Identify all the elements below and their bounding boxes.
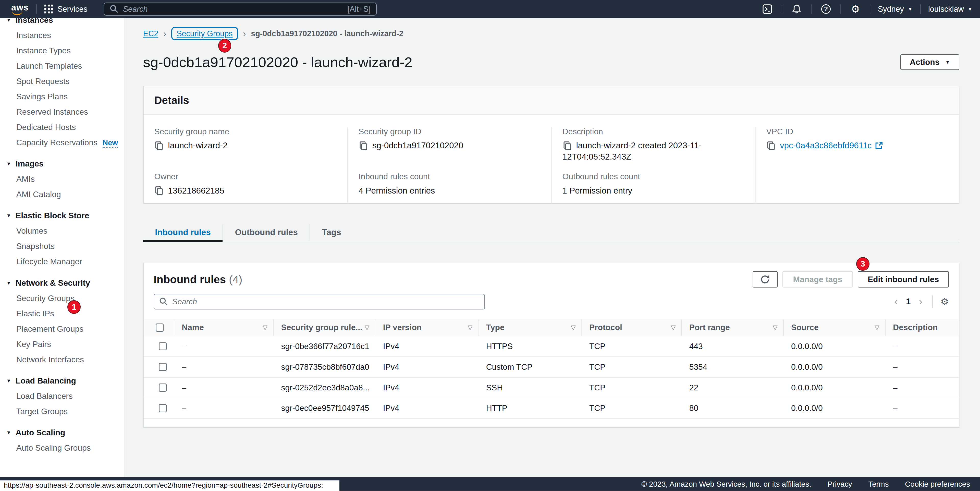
notifications-bell-icon[interactable] bbox=[790, 4, 803, 14]
sidebar-item-amis[interactable]: AMIs bbox=[0, 171, 124, 187]
column-header-protocol[interactable]: Protocol▽ bbox=[582, 319, 682, 336]
sidebar-item-security-groups[interactable]: Security Groups bbox=[0, 290, 124, 306]
sidebar-item-network-interfaces[interactable]: Network Interfaces bbox=[0, 352, 124, 367]
rules-filter-input[interactable] bbox=[172, 297, 479, 306]
table-row: – sgr-0be366f77a20716c1 IPv4 HTTPS TCP 4… bbox=[144, 336, 959, 357]
cell-rule-id: sgr-0be366f77a20716c1 bbox=[274, 336, 375, 356]
edit-inbound-rules-button[interactable]: Edit inbound rules bbox=[858, 271, 949, 287]
vpc-id-link[interactable]: vpc-0a4a3c86ebfd9611c bbox=[780, 141, 872, 150]
aws-logo[interactable]: aws bbox=[11, 3, 29, 15]
filter-icon[interactable]: ▽ bbox=[364, 324, 369, 331]
tab-outbound-rules[interactable]: Outbound rules bbox=[223, 225, 310, 241]
sidebar-section-auto-scaling[interactable]: ▼Auto Scaling bbox=[0, 425, 124, 440]
security-group-name-value: launch-wizard-2 bbox=[168, 141, 228, 150]
sidebar-item-reserved-instances[interactable]: Reserved Instances bbox=[0, 104, 124, 120]
security-group-id-value: sg-0dcb1a91702102020 bbox=[372, 141, 463, 150]
column-header-name[interactable]: Name▽ bbox=[174, 319, 274, 336]
manage-tags-button[interactable]: Manage tags bbox=[783, 271, 853, 287]
cell-ip-version: IPv4 bbox=[375, 378, 479, 398]
filter-icon[interactable]: ▽ bbox=[468, 324, 473, 331]
copy-icon[interactable] bbox=[766, 141, 776, 150]
sidebar-item-ami-catalog[interactable]: AMI Catalog bbox=[0, 187, 124, 202]
region-selector[interactable]: Sydney▼ bbox=[878, 5, 913, 14]
services-menu[interactable]: Services bbox=[45, 5, 88, 14]
table-preferences-gear-icon[interactable]: ⚙ bbox=[940, 296, 949, 307]
cloudshell-icon[interactable] bbox=[760, 4, 774, 14]
sidebar-item-instances[interactable]: Instances bbox=[0, 27, 124, 43]
filter-icon[interactable]: ▽ bbox=[773, 324, 778, 331]
sidebar-section-load-balancing[interactable]: ▼Load Balancing bbox=[0, 373, 124, 388]
new-badge: New bbox=[103, 139, 118, 148]
breadcrumb: EC2 › Security Groups › sg-0dcb1a9170210… bbox=[143, 27, 404, 40]
sidebar-item-dedicated-hosts[interactable]: Dedicated Hosts bbox=[0, 120, 124, 135]
help-icon[interactable]: ? bbox=[819, 4, 833, 14]
sidebar-item-spot-requests[interactable]: Spot Requests bbox=[0, 73, 124, 89]
sidebar-item-savings-plans[interactable]: Savings Plans bbox=[0, 89, 124, 104]
column-header-security-group-rule[interactable]: Security group rule...▽ bbox=[274, 319, 375, 336]
field-outbound-rules-count: Outbound rules count 1 Permission entry bbox=[563, 172, 746, 196]
column-header-type[interactable]: Type▽ bbox=[479, 319, 582, 336]
details-panel-title: Details bbox=[144, 86, 959, 115]
filter-icon[interactable]: ▽ bbox=[571, 324, 576, 331]
breadcrumb-ec2-link[interactable]: EC2 bbox=[143, 29, 159, 38]
copy-icon[interactable] bbox=[154, 186, 164, 195]
sidebar-section-elastic-block-store[interactable]: ▼Elastic Block Store bbox=[0, 208, 124, 223]
row-checkbox[interactable] bbox=[159, 404, 167, 412]
refresh-button[interactable] bbox=[752, 271, 778, 287]
search-icon bbox=[159, 297, 168, 306]
sidebar-item-elastic-ips[interactable]: Elastic IPs bbox=[0, 306, 124, 321]
cell-source: 0.0.0.0/0 bbox=[784, 378, 886, 398]
cell-description: – bbox=[886, 378, 959, 398]
tab-inbound-rules[interactable]: Inbound rules bbox=[143, 225, 223, 241]
breadcrumb-security-groups-link[interactable]: Security Groups bbox=[177, 29, 232, 38]
filter-icon[interactable]: ▽ bbox=[671, 324, 676, 331]
select-all-checkbox[interactable] bbox=[156, 324, 164, 332]
current-page-number[interactable]: 1 bbox=[906, 297, 911, 306]
column-header-port-range[interactable]: Port range▽ bbox=[682, 319, 783, 336]
cell-rule-id: sgr-0252d2ee3d8a0a8... bbox=[274, 378, 375, 398]
sidebar-item-volumes[interactable]: Volumes bbox=[0, 223, 124, 239]
settings-gear-icon[interactable]: ⚙ bbox=[849, 4, 862, 14]
copy-icon[interactable] bbox=[359, 141, 368, 150]
filter-icon[interactable]: ▽ bbox=[875, 324, 880, 331]
row-checkbox[interactable] bbox=[159, 363, 167, 371]
copy-icon[interactable] bbox=[563, 141, 572, 150]
tab-tags[interactable]: Tags bbox=[310, 225, 353, 241]
privacy-link[interactable]: Privacy bbox=[827, 480, 852, 488]
sidebar-item-placement-groups[interactable]: Placement Groups bbox=[0, 321, 124, 336]
sidebar-item-capacity-reservations[interactable]: Capacity ReservationsNew bbox=[0, 135, 124, 150]
sidebar-item-instance-types[interactable]: Instance Types bbox=[0, 43, 124, 58]
console-search-input[interactable] bbox=[123, 5, 343, 14]
divider bbox=[782, 4, 782, 14]
row-checkbox[interactable] bbox=[159, 384, 167, 392]
sidebar-item-auto-scaling-groups[interactable]: Auto Scaling Groups bbox=[0, 440, 124, 456]
rules-filter-box[interactable] bbox=[154, 294, 485, 309]
filter-icon[interactable]: ▽ bbox=[262, 324, 267, 331]
sidebar-item-key-pairs[interactable]: Key Pairs bbox=[0, 336, 124, 352]
row-checkbox[interactable] bbox=[159, 343, 167, 351]
column-header-description[interactable]: Description bbox=[886, 319, 959, 336]
breadcrumb-current: sg-0dcb1a91702102020 - launch-wizard-2 bbox=[251, 29, 403, 38]
cookie-preferences-link[interactable]: Cookie preferences bbox=[905, 480, 970, 488]
cell-protocol: TCP bbox=[582, 357, 682, 377]
sidebar-section-instances[interactable]: ▼Instances bbox=[0, 18, 124, 27]
sidebar-item-lifecycle-manager[interactable]: Lifecycle Manager bbox=[0, 254, 124, 269]
column-header-source[interactable]: Source▽ bbox=[784, 319, 886, 336]
copy-icon[interactable] bbox=[154, 141, 164, 150]
actions-button[interactable]: Actions▼ bbox=[900, 54, 959, 70]
account-menu[interactable]: louiscklaw▼ bbox=[928, 5, 973, 14]
sidebar-section-network-security[interactable]: ▼Network & Security bbox=[0, 276, 124, 290]
divider bbox=[840, 4, 841, 14]
next-page-icon[interactable]: › bbox=[916, 296, 924, 307]
console-search-box[interactable]: [Alt+S] bbox=[103, 3, 377, 16]
sidebar-section-images[interactable]: ▼Images bbox=[0, 156, 124, 171]
previous-page-icon[interactable]: ‹ bbox=[892, 296, 900, 307]
column-header-ip-version[interactable]: IP version▽ bbox=[375, 319, 479, 336]
sidebar-item-target-groups[interactable]: Target Groups bbox=[0, 404, 124, 419]
sidebar-item-snapshots[interactable]: Snapshots bbox=[0, 239, 124, 254]
sidebar-item-load-balancers[interactable]: Load Balancers bbox=[0, 388, 124, 404]
sidebar-item-launch-templates[interactable]: Launch Templates bbox=[0, 58, 124, 73]
breadcrumb-security-groups-focus-ring: Security Groups bbox=[171, 27, 238, 40]
cell-name: – bbox=[174, 398, 274, 418]
terms-link[interactable]: Terms bbox=[868, 480, 889, 488]
